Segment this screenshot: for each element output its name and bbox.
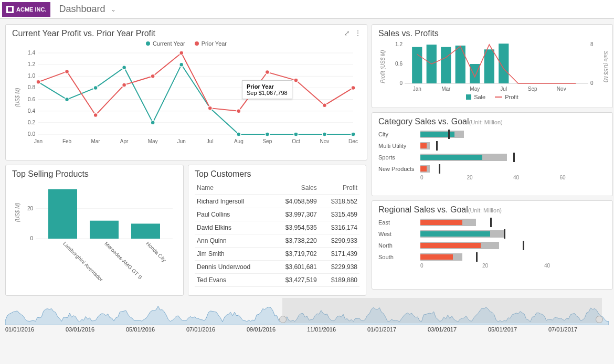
col-name: Name [195,181,271,195]
svg-point-44 [122,83,126,87]
profit-line-chart[interactable]: 0.00.20.40.60.81.01.21.4JanFebMarAprMayJ… [12,48,358,147]
dashboard-grid: Current Year Profit vs. Prior Year Profi… [0,19,614,296]
col-sales: Sales [271,181,319,195]
svg-point-42 [65,69,69,73]
svg-text:0.6: 0.6 [28,97,35,102]
svg-text:8: 8 [590,41,594,47]
svg-point-31 [93,85,98,90]
svg-text:20: 20 [27,206,34,211]
svg-point-30 [65,98,69,102]
table-row[interactable]: Dennis Underwood$3,601,681$229,938 [195,261,359,274]
svg-text:Jan: Jan [34,138,43,144]
brand-text: ACME INC. [16,6,46,13]
col-profit: Profit [319,181,359,195]
svg-point-41 [36,80,40,84]
page-selector-label: Dashboard [59,4,105,15]
panel-title: Top Customers [195,169,359,179]
range-selection[interactable] [282,298,601,323]
svg-point-47 [208,106,212,110]
svg-text:0.4: 0.4 [28,108,35,114]
brand-logo: ACME INC. [2,2,50,17]
svg-rect-61 [441,47,451,83]
svg-point-52 [351,85,355,90]
svg-point-43 [93,113,98,117]
sales-profits-chart[interactable]: 00.61.208JanMarMayJulSepNovProfit (US$ M… [378,40,609,93]
bullet-row: City [378,129,606,140]
chart-tooltip: Prior Year Sep $1,067,798 [242,80,292,99]
svg-text:Sep: Sep [262,138,272,144]
panel-title: Sales vs. Profits [378,29,606,38]
svg-rect-64 [484,49,494,83]
svg-text:Sep: Sep [528,86,537,92]
svg-text:Jan: Jan [413,86,421,92]
panel-title: Category Sales vs. Goal(Unit: Million) [378,117,606,126]
table-row[interactable]: Richard Ingersoll$4,058,599$318,552 [195,195,359,208]
table-row[interactable]: David Elkins$3,954,535$316,174 [195,221,359,234]
panel-title: Top Selling Products [12,169,177,179]
svg-text:1.2: 1.2 [395,41,403,47]
svg-point-38 [294,132,298,136]
table-row[interactable]: Paul Collins$3,997,307$315,459 [195,208,359,221]
svg-text:May: May [470,86,480,92]
svg-rect-79 [48,189,77,239]
svg-point-50 [294,78,298,82]
svg-text:Nov: Nov [320,138,330,144]
svg-point-45 [151,74,155,78]
svg-point-36 [237,132,241,136]
svg-text:Jun: Jun [177,138,186,144]
table-row[interactable]: Jim Smith$3,719,702$171,439 [195,248,359,261]
svg-text:Oct: Oct [292,138,300,144]
bullet-row: Multi Utility [378,140,606,152]
panel-title: Current Year Profit vs. Prior Year Profi… [12,29,361,38]
regional-bullet-chart[interactable]: EastWestNorthSouth02040 [378,217,606,269]
svg-text:Sale (US$ M): Sale (US$ M) [603,51,609,82]
svg-text:0: 0 [399,80,403,86]
bullet-row: West [378,228,606,240]
svg-rect-59 [412,47,422,83]
svg-point-33 [151,121,155,125]
legend: Sale Profit [378,94,606,100]
chevron-down-icon: ⌄ [111,6,116,13]
table-row[interactable]: Ted Evans$3,427,519$189,880 [195,274,359,287]
panel-sales-profits: Sales vs. Profits 00.61.208JanMarMayJulS… [372,24,613,108]
svg-text:Dec: Dec [348,138,358,144]
svg-point-51 [322,103,326,108]
svg-text:Honda City: Honda City [145,241,167,263]
svg-point-48 [237,109,241,113]
legend-item-profit: Profit [495,94,518,100]
svg-rect-81 [90,221,119,239]
panel-top-customers: Top Customers Name Sales Profit Richard … [188,165,366,296]
svg-point-40 [351,132,355,136]
svg-text:Jul: Jul [207,138,214,144]
svg-text:Mar: Mar [441,86,451,92]
svg-point-39 [322,132,326,136]
svg-text:Nov: Nov [557,86,566,92]
svg-text:1.2: 1.2 [28,61,35,67]
kebab-menu-icon[interactable]: ⋮ [354,29,362,37]
svg-text:0.2: 0.2 [28,120,35,125]
legend: Current Year Prior Year [12,40,361,47]
bullet-row: New Products [378,163,606,175]
legend-item-current: Current Year [146,40,185,47]
svg-text:Profit (US$ M): Profit (US$ M) [380,50,386,83]
svg-text:1.4: 1.4 [28,50,35,56]
logo-icon [6,6,14,13]
expand-icon[interactable]: ⤢ [344,29,350,37]
legend-item-prior: Prior Year [195,40,227,47]
svg-text:May: May [148,138,158,144]
panel-title: Regional Sales vs. Goal(Unit: Million) [378,205,606,215]
customers-table: Name Sales Profit Richard Ingersoll$4,05… [195,181,359,287]
range-handle-end[interactable] [596,316,603,323]
table-row[interactable]: Ann Quinn$3,738,220$290,933 [195,234,359,248]
page-selector[interactable]: Dashboard ⌄ [50,4,124,15]
top-products-chart[interactable]: 020(US$ M)Lamborghini AventadorMercedes-… [12,181,178,286]
svg-point-32 [122,66,126,70]
svg-text:0.8: 0.8 [28,84,35,90]
svg-rect-62 [456,46,465,83]
timeline-range-selector[interactable]: 01/01/201603/01/201605/01/201607/01/2016… [0,296,614,338]
bullet-row: East [378,217,606,228]
timeline-axis: 01/01/201603/01/201605/01/201607/01/2016… [5,326,609,333]
svg-point-49 [265,70,269,74]
category-bullet-chart[interactable]: CityMulti UtilitySportsNew Products02040… [378,129,606,180]
svg-text:(US$ M): (US$ M) [15,202,20,222]
